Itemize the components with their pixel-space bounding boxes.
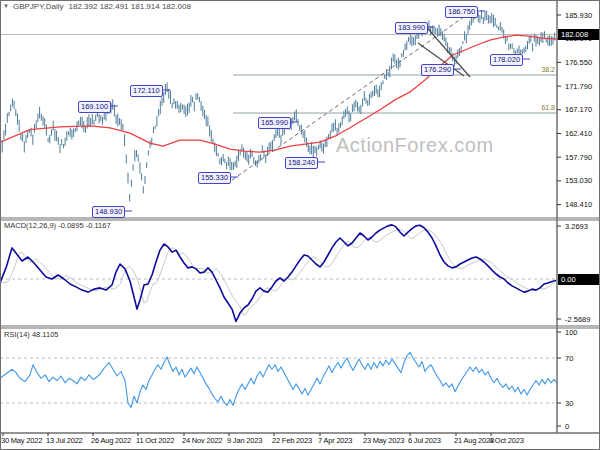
dashed-trendline [232,14,468,180]
symbol-title: GBPJPY,Daily [13,2,64,11]
y-axis-label: 0 [565,422,569,431]
y-axis-label: 70 [565,354,573,363]
macd-signal-line [0,230,555,316]
price-level-tag: 169.100 [78,101,111,113]
y-axis-label: 3.2693 [565,222,588,231]
date-axis-label: 9 Jan 2023 [227,436,262,445]
date-axis-label: 22 Feb 2023 [272,436,312,445]
price-level-tag: 165.990 [258,117,291,129]
y-axis-label: 100 [565,328,578,337]
date-axis-label: 6 Jul 2023 [408,436,441,445]
date-axis-label: 21 Aug 2023 [454,436,494,445]
y-axis-label: 157.790 [565,153,592,162]
date-axis-label: 11 Oct 2022 [136,436,174,445]
date-axis-label: 26 Aug 2022 [91,436,131,445]
chart-window: ▼GBPJPY,Daily182.392 182.491 181.914 182… [0,0,600,450]
symbol-dropdown-icon[interactable]: ▼ [3,3,9,9]
date-axis-label: 7 Apr 2023 [318,436,352,445]
chart-header: ▼GBPJPY,Daily182.392 182.491 181.914 182… [3,2,191,11]
y-axis-label: 171.790 [565,82,592,91]
moving-average-line [0,35,557,152]
price-level-tag: 178.020 [490,54,523,66]
price-level-tag: 158.240 [285,157,318,169]
y-axis-label: 162.410 [565,129,592,138]
date-axis-label: 13 Jul 2022 [46,436,83,445]
price-level-tag: 176.290 [421,64,454,76]
price-level-tag: 186.750 [445,6,478,18]
date-axis-label: 24 Nov 2022 [182,436,222,445]
current-value-box: 0.00 [558,274,599,285]
macd-indicator-label: MACD(12,26,9) -0.0895 -0.1167 [4,221,111,230]
current-value-box: 182.008 [558,29,599,40]
macd-main-line [0,225,556,322]
y-axis-label: 30 [565,399,573,408]
rsi-line [0,352,557,407]
date-axis-label: 23 May 2023 [363,436,404,445]
price-level-tag: 148.930 [92,206,125,218]
y-axis-label: 153.030 [565,176,592,185]
fib-level-label: 38.2 [528,66,555,73]
price-level-tag: 155.330 [198,172,231,184]
y-axis-label: 185.930 [565,11,592,20]
y-axis-label: 176.550 [565,58,592,67]
y-axis-label: -2.5689 [565,315,590,324]
date-axis-label: 4 Oct 2023 [489,436,524,445]
ohlc-values: 182.392 182.491 181.914 182.008 [69,2,191,11]
price-level-tag: 183.990 [395,22,428,34]
fib-level-label: 61.8 [528,104,555,111]
rsi-indicator-label: RSI(14) 48.1105 [4,330,58,339]
date-axis-label: 30 May 2022 [1,436,42,445]
y-axis-label: 148.410 [565,200,592,209]
y-axis-label: 167.170 [565,105,592,114]
price-level-tag: 172.110 [130,85,163,97]
